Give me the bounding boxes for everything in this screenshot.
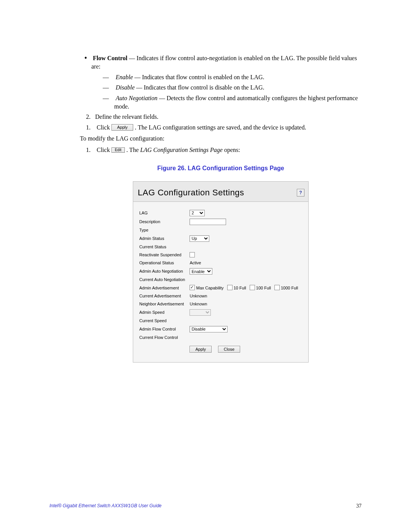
fc-enable-item: Enable — Indicates that flow control is … bbox=[114, 73, 362, 81]
step-m1-em: LAG Configuration Settings Page bbox=[140, 147, 223, 153]
apply-button-inline[interactable]: Apply bbox=[112, 124, 134, 131]
current-advert-value: Unknown bbox=[188, 292, 302, 300]
admin-status-label: Admin Status bbox=[138, 234, 188, 243]
current-flow-control-value bbox=[188, 334, 302, 342]
adv-10full-label: 10 Full bbox=[234, 286, 246, 290]
current-auto-neg-value bbox=[188, 276, 302, 284]
fc-auto-item: Auto Negotiation — Detects the flow cont… bbox=[114, 94, 362, 110]
neighbor-advert-label: Neighbor Advertisement bbox=[138, 300, 188, 308]
current-flow-control-label: Current Flow Control bbox=[138, 334, 188, 342]
description-label: Description bbox=[138, 217, 188, 226]
footer-title: Intel® Gigabit Ethernet Switch AXXSW1GB … bbox=[49, 503, 162, 509]
admin-advert-label: Admin Advertisement bbox=[138, 284, 188, 292]
admin-auto-neg-select[interactable]: Enable bbox=[190, 268, 212, 275]
help-icon[interactable]: ? bbox=[297, 189, 304, 197]
type-label: Type bbox=[138, 226, 188, 234]
document-body: Flow Control — Indicates if flow control… bbox=[80, 53, 362, 363]
flow-control-item: Flow Control — Indicates if flow control… bbox=[91, 53, 362, 110]
reactivate-checkbox[interactable] bbox=[190, 252, 195, 257]
description-input[interactable] bbox=[190, 219, 226, 225]
step3-b: . The LAG configuration settings are sav… bbox=[135, 124, 306, 131]
fc-disable-desc: — Indicates that flow control is disable… bbox=[135, 84, 264, 91]
admin-flow-control-select[interactable]: Disable bbox=[190, 326, 228, 332]
fc-disable-term: Disable bbox=[116, 84, 135, 91]
adv-100full-label: 100 Full bbox=[256, 286, 271, 290]
current-speed-value bbox=[188, 317, 302, 325]
neighbor-advert-value: Unknown bbox=[188, 300, 302, 308]
figure-caption: Figure 26. LAG Configuration Settings Pa… bbox=[80, 164, 362, 173]
admin-advert-value: Max Capability 10 Full 100 Full 1000 Ful… bbox=[188, 284, 302, 292]
flow-control-heading: Flow Control bbox=[93, 55, 127, 61]
adv-1000full-checkbox[interactable] bbox=[274, 285, 280, 290]
current-status-value bbox=[188, 243, 302, 251]
lag-select[interactable]: 2 bbox=[190, 210, 205, 216]
panel-title: LAG Configuration Settings bbox=[138, 187, 244, 198]
fc-disable-item: Disable — Indicates that flow control is… bbox=[114, 83, 362, 92]
admin-auto-neg-label: Admin Auto Negotiation bbox=[138, 267, 188, 276]
current-speed-label: Current Speed bbox=[138, 317, 188, 325]
reactivate-label: Reactivate Suspended bbox=[138, 251, 188, 259]
step-3: Click Apply . The LAG configuration sett… bbox=[95, 123, 362, 132]
admin-speed-select bbox=[190, 309, 211, 316]
modify-intro: To modify the LAG configuration: bbox=[80, 134, 362, 143]
step3-a: Click bbox=[97, 124, 112, 131]
step-m1-c: opens: bbox=[223, 147, 240, 153]
current-auto-neg-label: Current Auto Negotiation bbox=[138, 276, 188, 284]
panel-close-button[interactable]: Close bbox=[218, 346, 240, 353]
step-m1-a: Click bbox=[97, 147, 112, 153]
adv-10full-checkbox[interactable] bbox=[227, 285, 233, 290]
adv-1000full-label: 1000 Full bbox=[281, 286, 298, 290]
admin-flow-control-label: Admin Flow Control bbox=[138, 325, 188, 334]
admin-status-select[interactable]: Up bbox=[190, 235, 209, 242]
fc-enable-term: Enable bbox=[116, 74, 133, 80]
adv-maxcap-label: Max Capability bbox=[196, 286, 223, 290]
step-m1: Click Edit . The LAG Configuration Setti… bbox=[95, 146, 362, 154]
current-advert-label: Current Advertisement bbox=[138, 292, 188, 300]
lag-label: LAG bbox=[138, 209, 188, 217]
step-2: Define the relevant fields. bbox=[95, 113, 362, 121]
admin-speed-label: Admin Speed bbox=[138, 308, 188, 317]
op-status-value: Active bbox=[188, 259, 302, 267]
page-footer: Intel® Gigabit Ethernet Switch AXXSW1GB … bbox=[49, 503, 362, 509]
current-status-label: Current Status bbox=[138, 243, 188, 251]
fc-auto-term: Auto Negotiation bbox=[116, 95, 158, 101]
adv-100full-checkbox[interactable] bbox=[250, 285, 255, 290]
fc-enable-desc: — Indicates that flow control is enabled… bbox=[133, 74, 264, 80]
edit-button-inline[interactable]: Edit bbox=[112, 147, 125, 153]
lag-config-panel: LAG Configuration Settings ? LAG 2 Descr bbox=[133, 181, 309, 363]
panel-apply-button[interactable]: Apply bbox=[190, 346, 212, 353]
footer-page-number: 37 bbox=[356, 503, 362, 509]
type-value bbox=[188, 226, 302, 234]
flow-control-desc: — Indicates if flow control auto-negotia… bbox=[91, 55, 357, 70]
op-status-label: Operational Status bbox=[138, 259, 188, 267]
adv-maxcap-checkbox[interactable] bbox=[190, 285, 195, 290]
step-m1-b: . The bbox=[126, 147, 140, 153]
